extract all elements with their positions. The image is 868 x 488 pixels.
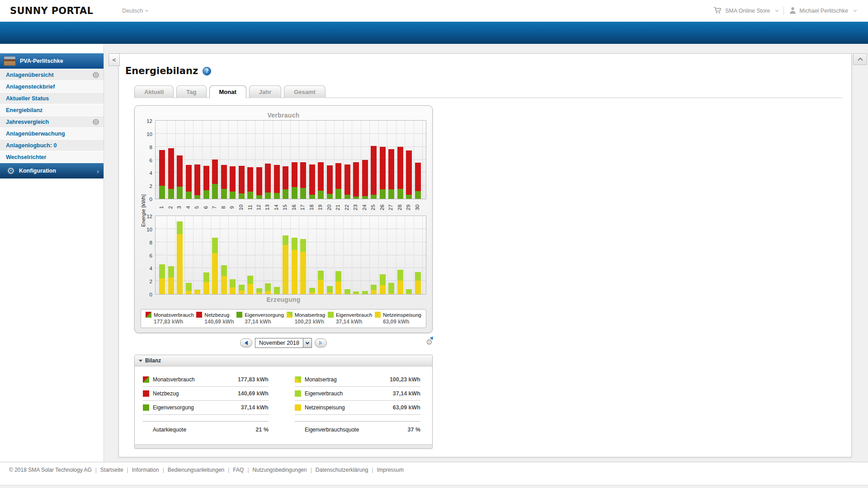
bar-eigenversorgung-day-8 (221, 189, 227, 199)
bilanz-footer-strip (135, 444, 432, 448)
globe-icon (93, 72, 99, 78)
user-icon (789, 7, 796, 15)
bar-netzbezug-day-29 (406, 150, 412, 195)
bar-netzeinspeisung-day-21 (335, 282, 341, 294)
footer-link-information[interactable]: Information (132, 467, 159, 473)
bar-netzeinspeisung-day-7 (212, 253, 218, 294)
y-tick-label: 4 (150, 170, 152, 176)
bilanz-row-monatsertrag: Monatsertrag100,23 kWh (295, 373, 420, 387)
legend-item-monatsverbrauch: Monatsverbrauch177,83 kWh (146, 312, 194, 325)
footer: © 2018 SMA Solar Technology AG|Startseit… (0, 462, 868, 488)
sidebar-item-aktueller-status[interactable]: Aktueller Status (0, 93, 104, 104)
gridline (175, 216, 176, 294)
tab-bar: AktuellTagMonatJahrGesamt (134, 85, 842, 98)
quote-value: 21 % (256, 427, 269, 433)
bar-eigenverbrauch-day-26 (380, 274, 386, 285)
bar-netzbezug-day-23 (353, 162, 359, 197)
gridline (193, 121, 193, 199)
bar-netzeinspeisung-day-2 (168, 277, 174, 294)
tab-aktuell[interactable]: Aktuell (134, 85, 174, 98)
bilanz-color-chip (295, 390, 301, 397)
day-label: 30 (415, 199, 420, 216)
bilanz-row-value: 100,23 kWh (390, 376, 420, 383)
legend-label: Netzeinspeisung (383, 312, 421, 318)
chart-legend: Monatsverbrauch177,83 kWhNetzbezug140,69… (141, 309, 426, 328)
gridline (422, 216, 423, 294)
bar-eigenverbrauch-day-1 (159, 264, 165, 278)
gridline (264, 121, 264, 199)
footer-link-impressum[interactable]: Impressum (377, 467, 404, 473)
bar-eigenverbrauch-day-13 (265, 283, 271, 291)
footer-separator: | (311, 467, 312, 473)
bar-eigenverbrauch-day-12 (256, 288, 262, 292)
sidebar-item-konfiguration[interactable]: ⚙ Konfiguration › (0, 163, 104, 178)
day-label: 4 (185, 199, 191, 216)
sidebar-item-energiebilanz[interactable]: Energiebilanz (0, 104, 104, 116)
chart-title-verbrauch: Verbrauch (141, 110, 426, 120)
help-icon[interactable]: ? (203, 67, 211, 75)
bar-netzeinspeisung-day-15 (283, 245, 288, 294)
collapse-header-button[interactable] (853, 53, 867, 65)
bar-eigenverbrauch-day-11 (247, 276, 253, 284)
legend-value: 37,14 kWh (336, 319, 373, 325)
chart-settings-gear-icon[interactable]: ⚙ (426, 338, 433, 346)
bilanz-title: Bilanz (145, 357, 161, 364)
bar-eigenverbrauch-day-18 (309, 288, 315, 293)
legend-label: Eigenversorgung (245, 312, 284, 318)
bilanz-header[interactable]: Bilanz (135, 355, 432, 366)
bar-netzeinspeisung-day-19 (318, 280, 324, 294)
user-name-label: Michael Perlitschke (799, 8, 848, 14)
tab-gesamt[interactable]: Gesamt (284, 85, 326, 98)
legend-label: Monatsverbrauch (154, 312, 194, 318)
sidebar-item-wechselrichter[interactable]: Wechselrichter (0, 151, 104, 163)
tab-tag[interactable]: Tag (176, 85, 206, 98)
y-tick-label: 6 (150, 158, 152, 163)
bar-eigenversorgung-day-13 (265, 192, 271, 199)
chart-day-axis: 1234567891011121314151617181920212223242… (155, 199, 426, 216)
previous-month-button[interactable] (240, 338, 252, 347)
day-label: 13 (264, 199, 270, 216)
y-tick-label: 10 (146, 131, 152, 137)
sidebar-item-anlagenuberwachung[interactable]: Anlagenüberwachung (0, 128, 104, 139)
bilanz-left-column: Monatsverbrauch177,83 kWhNetzbezug140,69… (143, 373, 269, 438)
bar-eigenversorgung-day-27 (388, 189, 394, 199)
sidebar-item-anlagenlogbuch-0[interactable]: Anlagenlogbuch: 0 (0, 140, 104, 151)
sidebar-item-label: Jahresvergleich (6, 119, 93, 125)
legend-color-chip (375, 312, 381, 318)
language-selector[interactable]: Deutsch (122, 8, 148, 14)
gridline (273, 121, 273, 199)
gridline (264, 216, 264, 294)
gridline (156, 242, 426, 242)
gridline (156, 267, 426, 268)
bilanz-row-label: Eigenversorgung (153, 404, 237, 411)
quote-value: 37 % (408, 427, 421, 433)
legend-value: 37,14 kWh (245, 319, 284, 325)
day-label: 7 (212, 199, 217, 216)
day-label: 23 (353, 199, 359, 216)
bar-eigenversorgung-day-6 (203, 190, 209, 199)
bar-netzeinspeisung-day-4 (186, 291, 192, 294)
plant-header[interactable]: PVA-Perlitschke (0, 53, 104, 69)
footer-link-faq[interactable]: FAQ (233, 467, 244, 473)
sidebar-item-anlagensteckbrief[interactable]: Anlagensteckbrief (0, 81, 104, 92)
gridline (175, 121, 176, 199)
legend-label: Eigenverbrauch (336, 312, 373, 318)
footer-link-nutzungsbedingungen[interactable]: Nutzungsbedingungen (253, 467, 307, 473)
bar-eigenverbrauch-day-10 (239, 285, 245, 291)
bar-eigenverbrauch-day-8 (221, 265, 227, 276)
legend-color-chip (328, 312, 334, 318)
tab-jahr[interactable]: Jahr (249, 85, 281, 98)
footer-link-startseite[interactable]: Startseite (100, 467, 123, 473)
bar-eigenverbrauch-day-23 (353, 291, 359, 294)
footer-link-datenschutzerklarung[interactable]: Datenschutzerklärung (316, 467, 368, 473)
online-store-menu[interactable]: SMA Online Store (713, 6, 778, 15)
sidebar-item-anlagenubersicht[interactable]: Anlagenübersicht (0, 69, 104, 80)
next-month-button[interactable] (315, 338, 327, 347)
month-dropdown[interactable]: November 2018 (255, 338, 312, 348)
sidebar-item-jahresvergleich[interactable]: Jahresvergleich (0, 116, 104, 127)
footer-link-bedienungsanleitungen[interactable]: Bedienungsanleitungen (168, 467, 224, 473)
bar-eigenversorgung-day-17 (300, 188, 306, 199)
tab-monat[interactable]: Monat (209, 85, 246, 98)
collapse-sidebar-button[interactable]: < (108, 53, 120, 66)
user-menu[interactable]: Michael Perlitschke (789, 7, 856, 15)
